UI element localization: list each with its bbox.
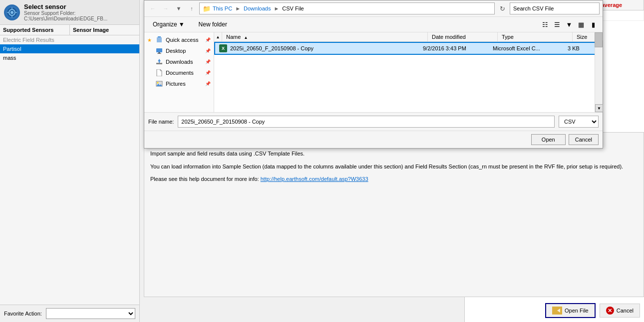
- sensor-item-partisol[interactable]: Partisol: [0, 44, 139, 53]
- desktop-pin-icon: 📌: [205, 48, 211, 53]
- nav-documents[interactable]: Documents 📌: [144, 67, 214, 78]
- downloads-icon: [155, 58, 163, 66]
- documents-icon: [155, 69, 163, 77]
- svg-rect-10: [156, 63, 162, 64]
- pictures-icon: [155, 80, 163, 88]
- folder-icon: 📁: [203, 5, 211, 12]
- svg-rect-16: [553, 308, 557, 309]
- name-sort-icon: ▲: [244, 35, 248, 40]
- path-downloads[interactable]: Downloads: [244, 5, 271, 11]
- view-large-icon-button[interactable]: ▦: [576, 19, 587, 30]
- quick-access-icon: [155, 36, 163, 44]
- downloads-pin-icon: 📌: [205, 59, 211, 64]
- cancel-label: Cancel: [617, 308, 634, 314]
- supported-sensors-header: Supported Sensors: [0, 25, 70, 35]
- nav-quick-access[interactable]: ★ Quick access 📌: [144, 34, 214, 45]
- svg-point-13: [157, 82, 159, 84]
- path-csv-file: CSV File: [282, 5, 304, 11]
- nav-downloads[interactable]: Downloads 📌: [144, 56, 214, 67]
- help-link[interactable]: http://help.earthsoft.com/default.asp?W3…: [261, 176, 368, 182]
- nav-sidebar: ★ Quick access 📌 Desktop 📌: [144, 32, 214, 112]
- pictures-pin-icon: 📌: [205, 81, 211, 86]
- view-details-button[interactable]: ☷: [540, 19, 551, 30]
- cancel-icon: ✕: [606, 307, 614, 315]
- open-file-button[interactable]: Open File: [545, 303, 596, 318]
- view-list-button[interactable]: ☰: [552, 19, 563, 30]
- dialog-buttons: Open Cancel: [144, 131, 603, 148]
- filename-area: File name: CSV: [144, 112, 603, 131]
- svg-rect-9: [157, 53, 161, 54]
- documents-pin-icon: 📌: [205, 70, 211, 75]
- search-input[interactable]: [510, 2, 600, 14]
- dialog-title: Select sensor: [24, 3, 135, 10]
- sensor-list[interactable]: Electric Field Results Partisol mass: [0, 35, 139, 305]
- pin-icon: 📌: [205, 37, 211, 42]
- filename-input[interactable]: [178, 116, 555, 128]
- view-dropdown-button[interactable]: ▼: [564, 19, 575, 30]
- desktop-icon: [155, 47, 163, 55]
- panel-header: Select sensor Sensor Support Folder: C:\…: [0, 0, 139, 25]
- view-extra-button[interactable]: ▮: [588, 19, 599, 30]
- svg-point-2: [10, 11, 13, 14]
- file-row[interactable]: X 2025i_20650_F_20150908 - Copy 9/2/2016…: [214, 42, 603, 55]
- file-date: 9/2/2016 3:43 PM: [423, 45, 493, 51]
- forward-button[interactable]: →: [160, 3, 171, 14]
- col-type-header[interactable]: Type: [498, 32, 573, 41]
- file-browser-dialog: ← → ▼ ↑ 📁 This PC ► Downloads ► CSV File…: [144, 0, 603, 149]
- collapse-icon[interactable]: ▲: [214, 32, 222, 41]
- scroll-down-arrow[interactable]: ▼: [595, 104, 603, 112]
- file-toolbar: Organize ▼ New folder ☷ ☰ ▼ ▦ ▮: [144, 17, 603, 32]
- file-browser-body: ★ Quick access 📌 Desktop 📌: [144, 32, 603, 112]
- file-name: 2025i_20650_F_20150908 - Copy: [230, 45, 423, 51]
- favorite-label: Favorite Action:: [4, 311, 42, 317]
- star-icon: ★: [147, 37, 152, 43]
- filename-label: File name:: [148, 119, 174, 125]
- svg-rect-7: [156, 48, 162, 52]
- organize-button[interactable]: Organize ▼: [148, 19, 189, 30]
- excel-icon: X: [219, 44, 227, 52]
- sensor-info-body: Import sample and field results data usi…: [150, 150, 638, 184]
- address-bar: ← → ▼ ↑ 📁 This PC ► Downloads ► CSV File…: [144, 0, 603, 17]
- bottom-actions: Open File ✕ Cancel: [545, 303, 640, 318]
- file-list: ▲ Name ▲ Date modified Type: [214, 32, 603, 112]
- scroll-thumb[interactable]: [595, 32, 603, 47]
- sensor-info-area: Sensor Information Import sample and fie…: [144, 132, 644, 297]
- nav-pictures[interactable]: Pictures 📌: [144, 78, 214, 89]
- open-button[interactable]: Open: [531, 134, 566, 145]
- col-date-header[interactable]: Date modified: [428, 32, 498, 41]
- view-buttons: ☷ ☰ ▼ ▦ ▮: [540, 19, 599, 30]
- back-button[interactable]: ←: [147, 3, 158, 14]
- left-panel: Select sensor Sensor Support Folder: C:\…: [0, 0, 140, 322]
- favorite-select[interactable]: [46, 308, 135, 319]
- open-file-label: Open File: [565, 308, 589, 314]
- header-text: Select sensor Sensor Support Folder: C:\…: [24, 3, 135, 21]
- refresh-button[interactable]: ↻: [497, 3, 508, 14]
- right-panel: ← → ▼ ↑ 📁 This PC ► Downloads ► CSV File…: [140, 0, 644, 322]
- favorite-bar: Favorite Action:: [0, 305, 139, 322]
- recent-button[interactable]: ▼: [173, 3, 184, 14]
- file-scroll-area: ▲ ▼ ▲ Name ▲ Date: [214, 32, 603, 112]
- cancel-dialog-button[interactable]: Cancel: [569, 134, 599, 145]
- svg-marker-11: [158, 59, 161, 63]
- svg-rect-8: [158, 52, 160, 53]
- sensor-column-headers: Supported Sensors Sensor Image: [0, 25, 139, 35]
- sensor-image-header: Sensor Image: [70, 25, 139, 35]
- info-para-3: Please see this help document for more i…: [150, 175, 638, 184]
- sensor-item-electric[interactable]: Electric Field Results: [0, 35, 139, 44]
- main-container: Select sensor Sensor Support Folder: C:\…: [0, 0, 644, 322]
- scroll-track[interactable]: ▲ ▼: [595, 32, 603, 112]
- new-folder-button[interactable]: New folder: [193, 19, 233, 30]
- address-path[interactable]: 📁 This PC ► Downloads ► CSV File: [199, 2, 495, 14]
- info-para-1: Import sample and field results data usi…: [150, 150, 638, 159]
- file-list-header: ▲ Name ▲ Date modified Type: [214, 32, 603, 42]
- organize-chevron-icon: ▼: [179, 21, 185, 28]
- cancel-main-button[interactable]: ✕ Cancel: [600, 304, 640, 318]
- up-button[interactable]: ↑: [186, 3, 197, 14]
- nav-desktop[interactable]: Desktop 📌: [144, 45, 214, 56]
- path-this-pc[interactable]: This PC: [213, 5, 232, 11]
- sensor-item-mass[interactable]: mass: [0, 53, 139, 62]
- file-size: 3 KB: [568, 45, 598, 51]
- sensor-logo-icon: [4, 4, 20, 20]
- filetype-select[interactable]: CSV: [559, 116, 599, 128]
- col-name-header[interactable]: Name ▲: [222, 32, 428, 41]
